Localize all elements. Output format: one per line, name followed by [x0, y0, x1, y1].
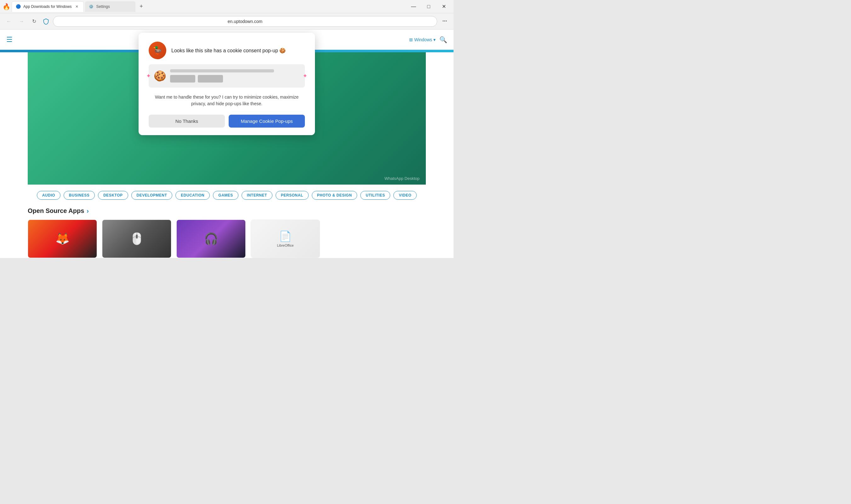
manage-cookie-button[interactable]: Manage Cookie Pop-ups — [229, 115, 305, 128]
new-tab-button[interactable]: + — [137, 2, 145, 11]
no-thanks-button[interactable]: No Thanks — [149, 115, 225, 128]
browser-tab-active[interactable]: 🔵 App Downloads for Windows ✕ — [12, 1, 84, 12]
shield-icon — [41, 17, 50, 26]
close-button[interactable]: ✕ — [436, 2, 451, 12]
duck-avatar: 🦆 — [149, 41, 166, 59]
preview-lines — [170, 69, 300, 83]
preview-btn-mock-2 — [198, 75, 223, 83]
cookie-consent-popup: 🦆 Looks like this site has a cookie cons… — [139, 33, 315, 135]
browser-brand-icon: 🔥 — [2, 3, 11, 11]
maximize-button[interactable]: □ — [421, 2, 436, 12]
popup-header: 🦆 Looks like this site has a cookie cons… — [149, 41, 305, 59]
forward-button[interactable]: → — [16, 16, 26, 26]
cookie-icon: 🍪 — [154, 70, 166, 82]
more-options-button[interactable]: ··· — [440, 16, 450, 26]
cookie-preview: ✦ 🍪 ✦ — [149, 64, 305, 88]
page-content: ☰ ⊞ Windows ▾ 🔍 WhatsApp WhatsApp Deskto… — [0, 30, 454, 258]
preview-line-top — [170, 69, 274, 72]
preview-line-bottom — [170, 75, 300, 83]
back-button[interactable]: ← — [4, 16, 14, 26]
browser-nav-bar: ← → ↻ en.uptodown.com ··· — [0, 13, 454, 30]
popup-overlay: 🦆 Looks like this site has a cookie cons… — [0, 30, 454, 258]
address-text: en.uptodown.com — [58, 19, 432, 24]
sparkle-right-icon: ✦ — [303, 72, 307, 79]
address-bar[interactable]: en.uptodown.com — [53, 16, 437, 27]
minimize-button[interactable]: — — [406, 2, 421, 12]
tab-favicon-1: 🔵 — [16, 4, 21, 9]
duck-icon: 🦆 — [153, 46, 162, 55]
popup-buttons: No Thanks Manage Cookie Pop-ups — [149, 115, 305, 128]
browser-title-bar: 🔥 🔵 App Downloads for Windows ✕ ⚙️ Setti… — [0, 0, 454, 13]
tab-title-1: App Downloads for Windows — [23, 4, 72, 9]
popup-body-text: Want me to handle these for you? I can t… — [149, 94, 305, 107]
sparkle-left-icon: ✦ — [146, 72, 151, 79]
tab-title-2: Settings — [96, 4, 110, 9]
tab-close-button-1[interactable]: ✕ — [74, 4, 80, 10]
window-controls: — □ ✕ — [406, 2, 451, 12]
browser-tab-inactive[interactable]: ⚙️ Settings — [85, 1, 135, 12]
refresh-button[interactable]: ↻ — [29, 16, 39, 26]
tab-favicon-2: ⚙️ — [89, 4, 93, 9]
popup-title: Looks like this site has a cookie consen… — [171, 48, 305, 54]
preview-btn-mock-1 — [170, 75, 195, 83]
